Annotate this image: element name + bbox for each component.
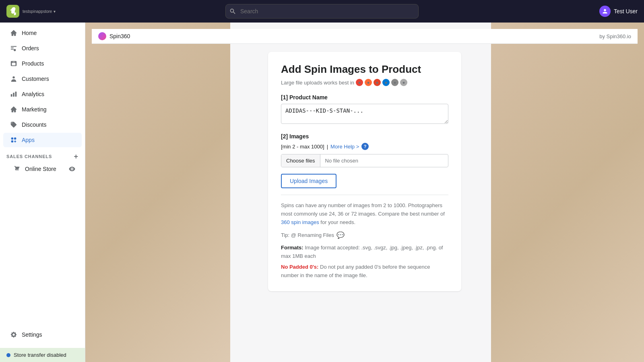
sidebar-analytics-label: Analytics: [22, 91, 44, 97]
sidebar-apps-label: Apps: [22, 137, 35, 143]
sidebar-customers-label: Customers: [22, 76, 49, 82]
opera-icon: ●: [365, 79, 372, 86]
discounts-icon: [10, 121, 18, 129]
top-nav-left: testspinappstore ▾: [6, 5, 87, 18]
sidebar-item-analytics[interactable]: Analytics: [3, 87, 82, 101]
tip-text-row: Tip: @ Renaming Files 💬: [281, 231, 448, 239]
sidebar-item-apps[interactable]: Apps: [3, 133, 82, 147]
browser-compatibility-row: Large file uploads works best in ● ● ● ●…: [281, 79, 448, 86]
spin360-app-icon: [98, 32, 106, 40]
home-icon: [10, 29, 18, 37]
customers-icon: [10, 75, 18, 83]
products-icon: [10, 60, 18, 68]
sales-channels-section: SALES CHANNELS +: [0, 148, 85, 162]
settings-label: Settings: [22, 331, 42, 338]
tip-chat-icon: 💬: [336, 231, 345, 239]
chrome-icon: ●: [356, 79, 363, 86]
sidebar: Home Orders Products Customers Analytics…: [0, 23, 85, 362]
user-avatar: [599, 6, 611, 17]
app-header-title: Spin360: [109, 33, 130, 39]
sidebar-item-customers[interactable]: Customers: [3, 72, 82, 86]
info-text-content: Spins can have any number of images from…: [281, 202, 445, 217]
content-wrapper: Add Spin Images to Product Large file up…: [92, 44, 638, 362]
sidebar-marketing-label: Marketing: [22, 106, 46, 113]
opera2-icon: ●: [374, 79, 381, 86]
upload-images-button[interactable]: Upload Images: [281, 174, 336, 188]
sidebar-item-home[interactable]: Home: [3, 26, 82, 40]
info-text-end: for your needs.: [320, 219, 355, 225]
sidebar-orders-label: Orders: [22, 45, 39, 51]
images-range-text: [min 2 - max 1000]: [281, 144, 324, 150]
user-name-label: Test User: [614, 8, 638, 14]
formats-label: Formats:: [281, 245, 303, 251]
info-text: Spins can have any number of images from…: [281, 202, 448, 226]
settings-icon: [10, 331, 18, 339]
images-section-label: [2] Images: [281, 133, 448, 140]
brave-icon: ●: [391, 79, 398, 86]
sidebar-item-online-store[interactable]: Online Store: [3, 162, 82, 176]
help-icon[interactable]: ?: [361, 143, 369, 150]
formats-text: Formats: Image format accepted: .svg, .s…: [281, 244, 448, 261]
sidebar-home-label: Home: [22, 30, 37, 36]
sidebar-item-products[interactable]: Products: [3, 56, 82, 71]
no-padded-label: No Padded 0's:: [281, 264, 318, 270]
no-file-chosen-label: No file chosen: [320, 154, 448, 167]
store-transfer-label: Store transfer disabled: [14, 352, 66, 358]
app-header-left: Spin360: [98, 32, 130, 40]
no-padded-text: No Padded 0's: Do not put any padded 0's…: [281, 263, 448, 280]
store-transfer-dot: [6, 353, 10, 357]
online-store-icon: [13, 165, 21, 173]
add-sales-channel-button[interactable]: +: [74, 153, 78, 160]
spin-images-link[interactable]: 360 spin images: [281, 219, 319, 225]
safari-icon: ●: [400, 79, 407, 86]
store-name[interactable]: testspinappstore ▾: [23, 9, 56, 14]
tip-label: Tip: @ Renaming Files: [281, 232, 334, 238]
top-navigation: testspinappstore ▾ Test User: [0, 0, 644, 23]
search-bar: [225, 4, 419, 19]
edge-icon: ●: [382, 79, 390, 86]
store-transfer-banner: Store transfer disabled: [0, 348, 85, 362]
product-name-input[interactable]: ADIDAS---KID-S-STAN-...: [281, 104, 448, 124]
analytics-icon: [10, 90, 18, 98]
app-credit-text: by Spin360.io: [599, 33, 631, 39]
main-content: Spin360 by Spin360.io Add Spin Images to…: [85, 23, 644, 362]
images-info-row: [min 2 - max 1000] | More Help > ?: [281, 143, 448, 150]
app-header-credit: by Spin360.io: [599, 33, 631, 39]
file-input-wrapper: Choose files No file chosen: [281, 154, 448, 167]
online-store-label: Online Store: [25, 166, 56, 172]
more-help-link[interactable]: More Help >: [330, 144, 359, 150]
search-input[interactable]: [225, 4, 419, 19]
apps-icon: [10, 136, 18, 144]
images-section: [2] Images [min 2 - max 1000] | More Hel…: [281, 133, 448, 188]
formats-content: Image format accepted: .svg, .svgz, .jpg…: [281, 245, 443, 259]
choose-files-button[interactable]: Choose files: [281, 154, 320, 167]
subtitle-text: Large file uploads works best in: [281, 80, 354, 86]
page-title: Add Spin Images to Product: [281, 63, 448, 76]
sidebar-products-label: Products: [22, 60, 44, 67]
orders-icon: [10, 44, 18, 52]
sidebar-item-marketing[interactable]: Marketing: [3, 102, 82, 117]
main-card: Add Spin Images to Product Large file up…: [268, 52, 461, 291]
sidebar-item-discounts[interactable]: Discounts: [3, 117, 82, 132]
sidebar-item-settings[interactable]: Settings: [3, 327, 82, 342]
app-header-bar: Spin360 by Spin360.io: [92, 29, 638, 44]
sidebar-discounts-label: Discounts: [22, 121, 46, 128]
sidebar-item-orders[interactable]: Orders: [3, 41, 82, 56]
marketing-icon: [10, 105, 18, 113]
eye-icon: [69, 166, 75, 172]
shopify-logo: [6, 5, 19, 18]
top-nav-right: Test User: [557, 6, 638, 17]
section-divider: [281, 195, 448, 195]
product-name-section-label: [1] Product Name: [281, 94, 448, 101]
